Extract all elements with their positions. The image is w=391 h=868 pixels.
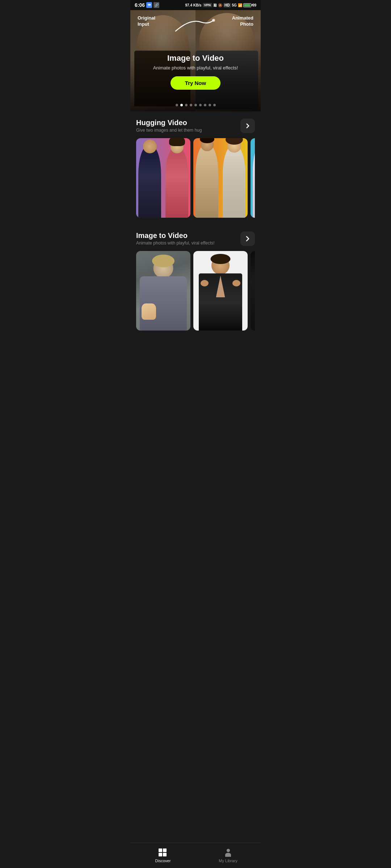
vpn-badge: VPN [203, 3, 213, 7]
dot-4[interactable] [194, 104, 197, 106]
hugging-video-arrow[interactable] [240, 119, 255, 133]
link-icon2: ⛓ [213, 3, 217, 7]
dot-0[interactable] [176, 104, 178, 106]
hug-thumb-2[interactable] [193, 138, 248, 218]
hero-dots [130, 104, 261, 106]
image-to-video-title: Image to Video [136, 231, 240, 240]
hero-subtitle: Animate photos with playful, viral effec… [138, 65, 253, 71]
dot-8[interactable] [213, 104, 216, 106]
image-to-video-title-wrap: Image to Video Animate photos with playf… [136, 231, 240, 246]
hug-person-left-1 [136, 138, 163, 218]
itv-thumb-1[interactable] [136, 251, 190, 331]
itv-thumb-3[interactable] [251, 251, 255, 331]
hero-title: Image to Video [138, 54, 253, 63]
hug-person-right-2 [220, 138, 248, 218]
dot-7[interactable] [209, 104, 211, 106]
mute-icon: 🔕 [218, 3, 222, 7]
status-bar: 6:06 🗺 🔗 97.4 KB/s VPN ⛓ 🔕 HD 5G 📶 99 [130, 0, 261, 10]
hugging-video-subtitle: Give two images and let them hug [136, 128, 240, 133]
arrow-right-icon-2 [244, 235, 251, 242]
battery-indicator [243, 3, 251, 7]
image-to-video-arrow[interactable] [240, 231, 255, 246]
hug-thumb-3[interactable] [251, 138, 255, 218]
image-to-video-subtitle: Animate photos with playful, viral effec… [136, 241, 240, 246]
arrow-right-icon [244, 123, 251, 129]
speed-text: 97.4 KB/s [185, 3, 202, 7]
hugging-video-title: Hugging Video [136, 119, 240, 127]
status-left: 6:06 🗺 🔗 [135, 2, 159, 8]
hugging-video-title-wrap: Hugging Video Give two images and let th… [136, 119, 240, 133]
dot-6[interactable] [204, 104, 206, 106]
status-right: 97.4 KB/s VPN ⛓ 🔕 HD 5G 📶 99 [185, 3, 256, 8]
dot-1[interactable] [180, 104, 183, 106]
itv-thumb-2[interactable] [193, 251, 248, 331]
try-now-button[interactable]: Try Now [171, 76, 220, 90]
svg-point-0 [212, 19, 215, 22]
swipe-arc [172, 17, 219, 37]
hugging-video-header: Hugging Video Give two images and let th… [136, 119, 255, 133]
hero-label-right: Animated Photo [232, 15, 253, 27]
image-to-video-header: Image to Video Animate photos with playf… [136, 231, 255, 246]
battery-percent: 99 [252, 3, 256, 7]
hug-person-left-3 [251, 138, 255, 218]
link-icon: 🔗 [154, 2, 159, 8]
signal-icon: 5G [232, 3, 237, 7]
hug-person-left-2 [193, 138, 220, 218]
hugging-video-thumbnails[interactable] [136, 138, 255, 221]
hero-label-left: Original Input [138, 15, 155, 27]
hug-person-right-1 [163, 138, 190, 218]
image-to-video-thumbnails[interactable] [136, 251, 255, 333]
hero-banner: Original Input Animated Photo Image to V… [130, 10, 261, 111]
dot-2[interactable] [185, 104, 188, 106]
wifi-icon: 📶 [238, 3, 242, 7]
status-time: 6:06 [135, 2, 145, 8]
hd-badge: HD [223, 3, 231, 8]
maps-icon: 🗺 [146, 2, 152, 8]
image-to-video-section: Image to Video Animate photos with playf… [130, 224, 261, 337]
hero-content: Image to Video Animate photos with playf… [130, 54, 261, 90]
dot-3[interactable] [190, 104, 192, 106]
dot-5[interactable] [199, 104, 202, 106]
hug-thumb-1[interactable] [136, 138, 190, 218]
hugging-video-section: Hugging Video Give two images and let th… [130, 111, 261, 224]
